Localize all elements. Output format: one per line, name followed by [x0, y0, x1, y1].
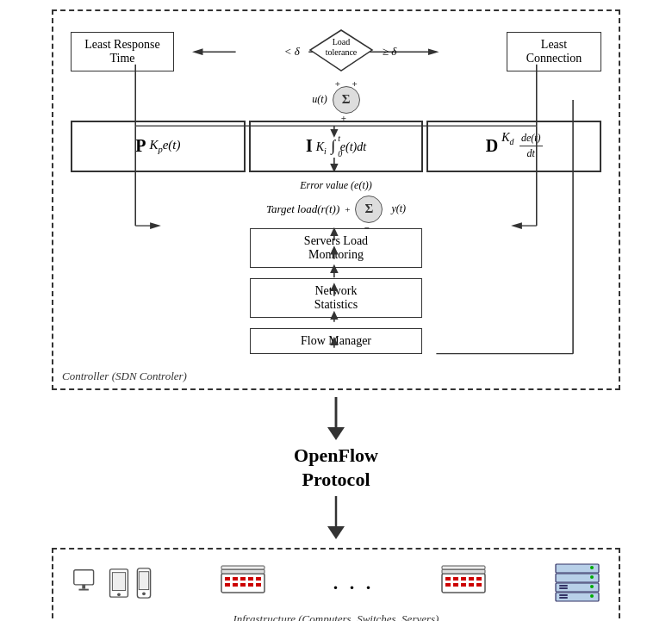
svg-point-67: [590, 585, 594, 588]
flow-manager-label: Flow Manager: [301, 334, 371, 347]
tablet-icon: [107, 567, 131, 599]
infra-box: . . .: [52, 548, 620, 621]
yt-label: y(t): [391, 202, 406, 215]
switches-group-2: [440, 565, 488, 601]
plus-label: +: [345, 204, 350, 214]
p-block: P Kpe(t): [71, 121, 246, 172]
svg-rect-37: [225, 577, 230, 581]
i-letter: I: [306, 136, 313, 156]
svg-text:Load: Load: [333, 37, 351, 47]
error-sum-junction: Σ −: [355, 196, 383, 223]
svg-rect-50: [445, 577, 451, 581]
switches-group-1: [220, 565, 267, 601]
svg-rect-71: [559, 597, 568, 599]
error-value-label: Error value (e(t)): [300, 179, 372, 191]
switch-icon-2: [440, 565, 488, 601]
d-letter: D: [486, 136, 498, 156]
controller-box: Least ResponseTime < δ Load tolerance ≥ …: [52, 9, 620, 390]
svg-rect-58: [469, 583, 474, 587]
i-expr: Ki ∫ 0 t e(t)dt: [316, 137, 366, 156]
openflow-label: OpenFlowProtocol: [294, 444, 378, 493]
openflow-section: OpenFlowProtocol: [294, 394, 378, 543]
pid-row: P Kpe(t) I Ki ∫ 0 t e(t)dt D: [71, 121, 601, 172]
svg-rect-28: [82, 585, 85, 589]
delta-lt-label: < δ: [284, 45, 300, 59]
infra-icons-row: . . .: [62, 560, 610, 607]
svg-rect-73: [559, 587, 568, 589]
least-connection-box: LeastConnection: [507, 32, 601, 71]
controller-label: Controller (SDN Controler): [62, 369, 187, 383]
ut-label-text: u(t): [312, 93, 327, 106]
svg-rect-61: [442, 566, 485, 569]
svg-rect-70: [559, 594, 568, 596]
network-stats-label: NetworkStatistics: [314, 284, 358, 311]
svg-rect-43: [233, 583, 238, 587]
svg-rect-59: [476, 583, 482, 587]
svg-rect-51: [453, 577, 458, 581]
least-connection-label: LeastConnection: [526, 38, 582, 65]
p-expr: Kpe(t): [149, 138, 180, 154]
servers-load-monitoring-box: Servers LoadMonitoring: [250, 228, 422, 268]
svg-rect-48: [221, 566, 264, 569]
least-response-time-label: Least ResponseTime: [84, 38, 159, 65]
least-response-time-box: Least ResponseTime: [71, 32, 174, 71]
svg-rect-57: [461, 583, 466, 587]
i-block: I Ki ∫ 0 t e(t)dt: [249, 121, 424, 172]
infra-label: Infrastructure (Computers, Switches, Ser…: [233, 612, 439, 621]
svg-point-68: [590, 575, 594, 579]
svg-rect-29: [79, 589, 89, 591]
openflow-arrow: [319, 397, 353, 440]
computer-icon: [71, 567, 103, 599]
svg-rect-72: [559, 585, 568, 587]
svg-rect-53: [469, 577, 474, 581]
delta-gte-label: ≥ δ: [383, 45, 396, 59]
target-load-label: Target load(r(t)): [266, 202, 339, 216]
computers-group: [71, 567, 153, 599]
svg-point-69: [590, 566, 594, 569]
ut-sum-junction: Σ + + +: [333, 86, 360, 114]
flow-manager-box: Flow Manager: [250, 328, 422, 354]
phone-icon: [134, 567, 153, 599]
svg-rect-52: [461, 577, 466, 581]
target-row: Target load(r(t)) + Σ − y(t): [71, 196, 601, 223]
svg-rect-40: [248, 577, 253, 581]
openflow-arrow-down: [319, 496, 353, 539]
svg-rect-41: [256, 577, 261, 581]
svg-rect-56: [453, 583, 458, 587]
load-tolerance-diamond: Load tolerance: [307, 27, 376, 78]
svg-point-35: [142, 593, 146, 596]
svg-point-66: [590, 594, 594, 598]
network-statistics-box: NetworkStatistics: [250, 278, 422, 318]
svg-rect-54: [476, 577, 482, 581]
svg-rect-31: [112, 573, 125, 591]
servers-load-label: Servers LoadMonitoring: [304, 234, 368, 261]
svg-rect-44: [240, 583, 246, 587]
svg-rect-45: [248, 583, 253, 587]
svg-rect-55: [445, 583, 451, 587]
server-icon: [554, 560, 601, 607]
main-container: Least ResponseTime < δ Load tolerance ≥ …: [17, 9, 655, 612]
svg-rect-34: [139, 572, 148, 590]
svg-rect-60: [442, 569, 485, 574]
error-label-row: Error value (e(t)): [71, 179, 601, 192]
svg-rect-39: [240, 577, 246, 581]
servers-group: [554, 560, 601, 607]
svg-rect-46: [256, 583, 261, 587]
dots-separator: . . .: [333, 572, 375, 594]
svg-rect-47: [221, 569, 264, 574]
switch-icon-1: [220, 565, 267, 601]
svg-rect-38: [233, 577, 238, 581]
p-letter: P: [135, 136, 146, 156]
svg-rect-27: [74, 570, 94, 585]
svg-marker-26: [327, 526, 345, 539]
d-expr: Kd de(t) dt: [501, 131, 542, 161]
svg-point-32: [117, 593, 121, 597]
svg-rect-42: [225, 583, 230, 587]
svg-text:tolerance: tolerance: [325, 47, 357, 57]
d-block: D Kd de(t) dt: [426, 121, 601, 172]
